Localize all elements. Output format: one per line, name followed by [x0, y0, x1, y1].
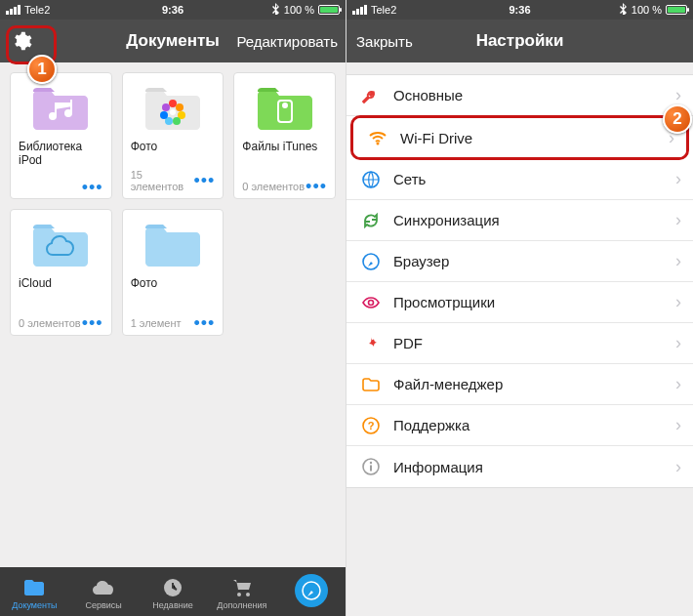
chevron-right-icon: ›	[675, 374, 681, 394]
folder-label: iCloud	[19, 276, 103, 304]
svg-point-4	[170, 109, 176, 115]
nav-bar: Закрыть Настройки	[346, 20, 693, 62]
settings-row-wifi-drive[interactable]: Wi-Fi Drive ›	[353, 118, 686, 157]
status-bar: Tele2 9:36 100 %	[0, 0, 346, 20]
row-label: PDF	[393, 335, 675, 351]
tab-bar: Документы Сервисы Недавние Дополнения	[0, 567, 346, 616]
more-icon[interactable]: •••	[306, 182, 327, 191]
folder-subtitle: 0 элементов	[242, 181, 305, 192]
nav-bar: Документы Редактировать	[0, 20, 346, 62]
gear-icon	[11, 30, 32, 52]
tab-services[interactable]: Сервисы	[69, 577, 139, 610]
folder-outline-icon	[358, 375, 384, 394]
tab-recent[interactable]: Недавние	[139, 577, 208, 610]
clock: 9:36	[509, 4, 530, 16]
chevron-right-icon: ›	[675, 210, 681, 230]
folder-icloud[interactable]: iCloud 0 элементов •••	[10, 209, 112, 336]
more-icon[interactable]: •••	[193, 176, 215, 185]
row-label: Основные	[393, 87, 675, 103]
carrier-label: Tele2	[24, 4, 50, 16]
sync-icon	[358, 211, 384, 230]
folder-icon	[131, 81, 216, 136]
settings-screen: Tele2 9:36 100 % Закрыть Настройки	[346, 0, 693, 616]
tab-browser[interactable]	[276, 580, 346, 607]
more-icon[interactable]: •••	[82, 318, 103, 328]
svg-point-8	[173, 117, 181, 125]
annotation-highlight-2: Wi-Fi Drive › 2	[350, 115, 689, 160]
svg-point-13	[283, 103, 287, 107]
pdf-icon	[358, 334, 384, 353]
eye-icon	[358, 293, 384, 312]
settings-button[interactable]	[6, 25, 37, 57]
folder-label: Библиотека iPod	[19, 140, 103, 168]
settings-row-support[interactable]: ? Поддержка ›	[346, 405, 693, 446]
svg-point-11	[162, 103, 170, 111]
cloud-icon	[91, 577, 116, 598]
battery-icon	[666, 5, 687, 15]
tab-label: Дополнения	[217, 600, 266, 610]
row-label: Wi-Fi Drive	[400, 130, 669, 146]
tab-label: Сервисы	[86, 600, 122, 610]
folder-photos[interactable]: Фото 15 элементов •••	[122, 72, 224, 199]
row-label: Поддержка	[393, 417, 675, 433]
wifi-icon	[365, 128, 390, 147]
chevron-right-icon: ›	[675, 333, 681, 353]
folder-subtitle: 1 элемент	[131, 317, 182, 329]
settings-row-general[interactable]: Основные ›	[346, 75, 693, 116]
folder-icon	[131, 218, 216, 272]
chevron-right-icon: ›	[675, 292, 681, 312]
wrench-icon	[358, 86, 384, 105]
compass-icon	[358, 252, 384, 271]
chevron-right-icon: ›	[675, 251, 681, 271]
battery-icon	[318, 5, 340, 15]
settings-row-viewers[interactable]: Просмотрщики ›	[346, 282, 693, 323]
carrier-label: Tele2	[371, 4, 396, 16]
battery-percent: 100 %	[632, 4, 662, 16]
settings-row-file-manager[interactable]: Файл-менеджер ›	[346, 364, 693, 405]
signal-icon	[6, 5, 20, 15]
svg-point-16	[246, 593, 250, 596]
folder-ipod-library[interactable]: Библиотека iPod •••	[10, 72, 112, 199]
help-icon: ?	[358, 416, 384, 435]
svg-point-5	[169, 100, 177, 107]
annotation-callout-2: 2	[663, 104, 692, 134]
edit-button[interactable]: Редактировать	[236, 20, 338, 62]
svg-point-25	[370, 462, 372, 464]
annotation-callout-1: 1	[27, 55, 57, 84]
row-label: Файл-менеджер	[393, 376, 675, 392]
svg-text:?: ?	[368, 420, 375, 431]
settings-row-info[interactable]: Информация ›	[346, 446, 693, 487]
settings-row-network[interactable]: Сеть ›	[346, 159, 693, 200]
folder-label: Фото	[131, 140, 216, 167]
row-label: Синхронизация	[393, 212, 675, 228]
more-icon[interactable]: •••	[193, 318, 215, 328]
svg-point-6	[176, 103, 183, 111]
row-label: Сеть	[393, 171, 675, 187]
signal-icon	[352, 5, 367, 15]
tab-addons[interactable]: Дополнения	[207, 577, 276, 610]
close-button[interactable]: Закрыть	[356, 33, 413, 50]
folder-label: Фото	[131, 276, 216, 304]
folder-icon	[242, 81, 327, 136]
folder-photos-2[interactable]: Фото 1 элемент •••	[122, 209, 224, 336]
tab-documents[interactable]: Документы	[0, 577, 69, 610]
globe-icon	[358, 170, 384, 189]
settings-row-pdf[interactable]: PDF ›	[346, 323, 693, 364]
settings-body: Основные › Wi-Fi Drive › 2	[346, 62, 693, 616]
folder-itunes-files[interactable]: Файлы iTunes 0 элементов •••	[233, 72, 336, 199]
folder-icon	[19, 81, 103, 136]
row-label: Браузер	[393, 253, 675, 269]
info-icon	[358, 457, 384, 476]
settings-row-browser[interactable]: Браузер ›	[346, 241, 693, 282]
documents-body: Библиотека iPod •••	[0, 62, 346, 567]
battery-percent: 100 %	[284, 4, 314, 16]
svg-rect-26	[370, 466, 372, 472]
more-icon[interactable]: •••	[82, 183, 103, 192]
svg-point-15	[237, 593, 241, 596]
folder-icon	[19, 218, 103, 272]
status-bar: Tele2 9:36 100 %	[346, 0, 693, 20]
svg-point-21	[369, 300, 374, 305]
cart-icon	[230, 577, 254, 598]
chevron-right-icon: ›	[675, 169, 681, 189]
settings-row-sync[interactable]: Синхронизация ›	[346, 200, 693, 241]
